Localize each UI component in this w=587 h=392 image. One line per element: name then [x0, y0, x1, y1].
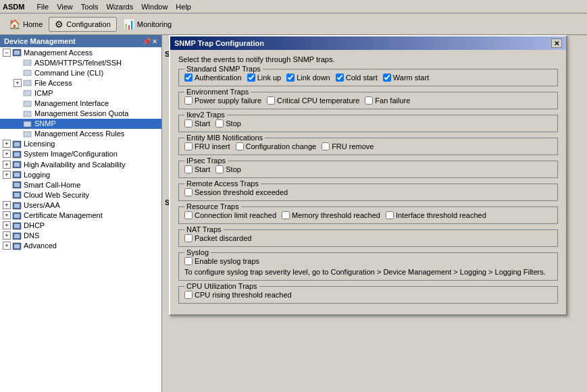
checkbox-item-1-1[interactable]: Critical CPU temperature — [267, 96, 359, 105]
menu-help[interactable]: Help — [172, 2, 195, 11]
tree-item-advanced[interactable]: +Advanced — [0, 241, 161, 251]
checkbox-7-0[interactable] — [184, 234, 193, 242]
expand-icon[interactable]: + — [3, 161, 11, 169]
svg-rect-2 — [24, 60, 31, 65]
checkbox-item-4-0[interactable]: Start — [184, 165, 210, 173]
checkbox-3-2[interactable] — [322, 142, 330, 150]
checkbox-item-0-2[interactable]: Link down — [286, 74, 330, 82]
expand-icon[interactable]: + — [3, 150, 11, 158]
menu-wizards[interactable]: Wizards — [102, 2, 137, 11]
tree-item-high-availability-and-scalability[interactable]: +High Availability and Scalability — [0, 159, 161, 169]
pin-icon[interactable]: 📌 — [143, 38, 151, 45]
tree-item-users-aaa[interactable]: +Users/AAA — [0, 200, 161, 210]
expand-icon[interactable]: + — [3, 242, 11, 250]
checkbox-0-4[interactable] — [383, 74, 391, 82]
checkbox-item-6-0[interactable]: Connection limit reached — [184, 211, 276, 219]
tree-item-icmp[interactable]: ICMP — [0, 88, 161, 98]
menu-tools[interactable]: Tools — [77, 2, 103, 11]
checkbox-1-1[interactable] — [267, 96, 275, 105]
checkbox-6-0[interactable] — [184, 211, 193, 219]
checkbox-item-0-0[interactable]: Authentication — [184, 74, 242, 82]
dialog-titlebar: SNMP Trap Configuration ✕ — [170, 36, 566, 50]
checkbox-label-3-0: FRU insert — [195, 142, 230, 150]
checkbox-item-1-2[interactable]: Fan failure — [365, 96, 410, 105]
close-panel-icon[interactable]: ✕ — [152, 38, 157, 45]
expand-icon[interactable]: + — [3, 211, 11, 219]
checkbox-1-2[interactable] — [365, 96, 373, 105]
menu-window[interactable]: Window — [137, 2, 172, 11]
checkbox-item-5-0[interactable]: Session threshold exceeded — [184, 188, 288, 196]
expand-icon[interactable]: + — [3, 221, 11, 229]
tree-item-command-line--cli-[interactable]: Command Line (CLI) — [0, 67, 161, 78]
checkbox-item-4-1[interactable]: Stop — [215, 165, 241, 173]
tree-item-certificate-management[interactable]: +Certificate Management — [0, 211, 161, 221]
checkbox-8-0[interactable] — [184, 257, 193, 265]
tree-item-management-access[interactable]: −Management Access — [0, 47, 161, 57]
menu-bar: ASDM File View Tools Wizards Window Help — [0, 0, 587, 13]
tree-item-dns[interactable]: +DNS — [0, 231, 161, 241]
svg-rect-13 — [14, 152, 20, 157]
tree-item-dhcp[interactable]: +DHCP — [0, 221, 161, 231]
checkbox-4-1[interactable] — [215, 165, 224, 173]
checkbox-item-0-1[interactable]: Link up — [247, 74, 281, 82]
checkbox-item-3-1[interactable]: Configuration change — [236, 142, 317, 150]
expand-icon[interactable]: + — [3, 171, 11, 179]
checkbox-0-1[interactable] — [247, 74, 255, 82]
checkbox-item-0-4[interactable]: Warm start — [383, 74, 429, 82]
checkbox-item-6-2[interactable]: Interface threshold reached — [386, 211, 486, 219]
checkbox-0-3[interactable] — [336, 74, 344, 82]
checkbox-0-2[interactable] — [286, 74, 295, 82]
dialog-close-button[interactable]: ✕ — [551, 38, 562, 48]
checkbox-2-1[interactable] — [215, 119, 224, 128]
tree-node-icon — [12, 242, 22, 250]
tree-item-smart-call-home[interactable]: Smart Call-Home — [0, 179, 161, 190]
checkbox-1-0[interactable] — [184, 96, 193, 105]
checkbox-item-2-1[interactable]: Stop — [215, 119, 241, 128]
tree-item-cloud-web-security[interactable]: Cloud Web Security — [0, 190, 161, 200]
checkbox-2-0[interactable] — [184, 119, 193, 128]
checkbox-0-0[interactable] — [184, 74, 193, 82]
checkbox-item-3-2[interactable]: FRU remove — [322, 142, 374, 150]
tree-node-icon — [12, 150, 22, 159]
expand-icon[interactable]: − — [3, 49, 11, 57]
tree-item-management-session-quota[interactable]: Management Session Quota — [0, 109, 161, 119]
checkbox-6-2[interactable] — [386, 211, 394, 219]
tree-item-logging[interactable]: +Logging — [0, 169, 161, 179]
checkbox-item-3-0[interactable]: FRU insert — [184, 142, 230, 150]
checkbox-3-1[interactable] — [236, 142, 244, 150]
checkbox-item-2-0[interactable]: Start — [184, 119, 210, 128]
right-area: SN SN SNMP Trap Configuration ✕ Select t… — [162, 35, 587, 392]
tree-item-asdm-https-telnet-ssh[interactable]: ASDM/HTTPS/Telnet/SSH — [0, 57, 161, 67]
expand-icon[interactable]: + — [3, 140, 11, 148]
menu-file[interactable]: File — [32, 2, 53, 11]
checkbox-label-1-1: Critical CPU temperature — [277, 96, 359, 105]
checkbox-item-8-0[interactable]: Enable syslog traps — [184, 257, 259, 265]
menu-view[interactable]: View — [53, 2, 77, 11]
checkbox-item-0-3[interactable]: Cold start — [336, 74, 378, 82]
checkbox-item-9-0[interactable]: CPU rising threshold reached — [184, 291, 292, 299]
main-layout: Device Management 📌 ✕ −Management Access… — [0, 35, 587, 392]
checkbox-item-1-0[interactable]: Power supply failure — [184, 96, 261, 105]
checkbox-9-0[interactable] — [184, 291, 193, 299]
expand-icon[interactable]: + — [3, 231, 11, 240]
monitoring-button[interactable]: 📊 Monitoring — [117, 17, 178, 32]
checkbox-5-0[interactable] — [184, 188, 193, 196]
tree-item-system-image-configuration[interactable]: +System Image/Configuration — [0, 149, 161, 159]
checkbox-4-0[interactable] — [184, 165, 193, 173]
tree-item-management-interface[interactable]: Management Interface — [0, 98, 161, 108]
configuration-button[interactable]: ⚙ Configuration — [49, 17, 116, 32]
expand-icon[interactable]: + — [14, 79, 22, 87]
home-button[interactable]: 🏠 Home — [3, 17, 49, 32]
section-0: Standard SNMP TrapsAuthenticationLink up… — [178, 69, 558, 86]
tree-item-licensing[interactable]: +Licensing — [0, 139, 161, 149]
tree-node-icon — [23, 58, 32, 67]
checkbox-3-0[interactable] — [184, 142, 193, 150]
checkbox-label-9-0: CPU rising threshold reached — [195, 291, 292, 299]
tree-item-management-access-rules[interactable]: Management Access Rules — [0, 129, 161, 139]
expand-icon[interactable]: + — [3, 201, 11, 209]
checkbox-item-7-0[interactable]: Packet discarded — [184, 234, 251, 242]
checkbox-item-6-1[interactable]: Memory threshold reached — [282, 211, 380, 219]
checkbox-6-1[interactable] — [282, 211, 290, 219]
tree-item-file-access[interactable]: +File Access — [0, 78, 161, 88]
tree-item-snmp[interactable]: SNMP — [0, 119, 161, 129]
